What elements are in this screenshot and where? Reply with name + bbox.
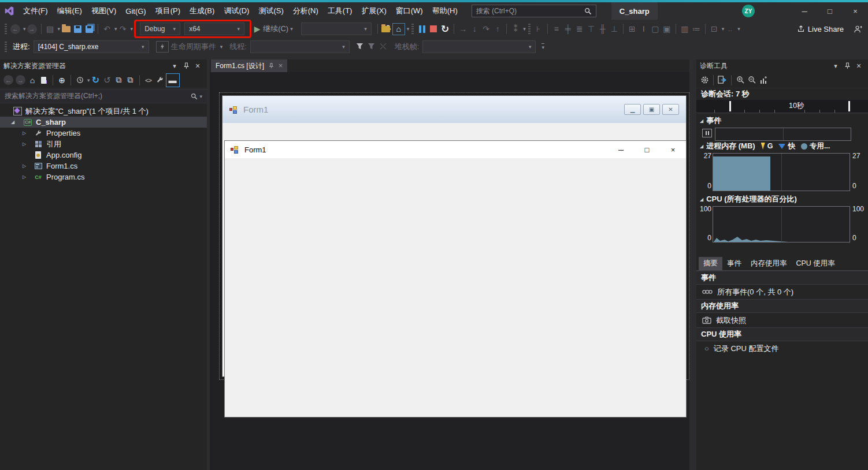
events-section-header[interactable]: ◢事件 [696,115,725,126]
navigate-back-icon[interactable]: ← [10,24,20,34]
menu-view[interactable]: 视图(V) [87,2,121,20]
tree-row-form1[interactable]: ▷ Form1.cs [0,161,207,171]
show-all-files-icon[interactable]: ⊕ [56,74,68,87]
same-height-icon[interactable]: Ⅰ [638,23,650,35]
diagnostics-header[interactable]: 诊断工具 ▾ × [696,59,868,72]
menu-file[interactable]: 文件(F) [18,2,53,20]
pending-changes-filter-icon[interactable] [74,74,86,87]
se-home-icon[interactable]: ⌂ [27,74,38,87]
toolbar-overflow-icon[interactable]: ‥ [724,23,736,35]
pin-icon[interactable] [180,59,192,72]
overflow-caret[interactable]: ▾ [737,26,740,32]
show-next-statement-icon[interactable]: → [457,23,469,35]
solution-explorer-header[interactable]: 解决方案资源管理器 ▾ × [0,59,207,72]
window-close-button[interactable]: × [843,2,868,20]
cpu-chart[interactable] [713,206,850,243]
align-middles-icon[interactable]: ╫ [597,23,609,35]
solution-search-input[interactable]: 搜索解决方案资源管理器(Ctrl+;) ▾ [0,89,207,103]
take-snapshot-link[interactable]: 截取快照 [696,313,868,327]
collapsed-icon[interactable]: ▷ [21,130,28,136]
events-track[interactable] [715,128,851,141]
menu-test[interactable]: 测试(S) [254,2,288,20]
tree-row-appconfig[interactable]: App.config [0,150,207,161]
menu-extensions[interactable]: 扩展(X) [357,2,391,20]
breakpoints-dropdown-caret[interactable]: ▾ [523,26,526,32]
window-maximize-button[interactable]: □ [817,2,843,20]
window-position-caret-icon[interactable]: ▾ [169,59,180,72]
settings-gear-icon[interactable] [699,74,710,87]
toggle-flagged-icon[interactable]: ⤬ [377,40,389,53]
save-all-icon[interactable] [83,23,95,35]
quick-search-input[interactable]: 搜索 (Ctrl+Q) [472,5,596,17]
restart-debug-icon[interactable]: ↻ [439,23,451,35]
configuration-dropdown[interactable]: Debug▾ [140,23,180,35]
se-back-icon[interactable]: ← [3,75,13,85]
platform-dropdown[interactable]: x64▾ [184,23,244,35]
preview-selected-items-icon[interactable]: ▬ [166,73,180,87]
search-options-caret[interactable]: ▾ [199,94,202,99]
live-share-button[interactable]: Live Share [808,25,844,33]
tab-events[interactable]: 事件 [722,257,746,270]
continue-button[interactable]: 继续(C) [263,24,288,34]
timeline-ruler[interactable]: 10秒 [696,100,868,113]
running-app-window[interactable]: Form1 ─ □ × [224,140,687,417]
lifecycle-events-icon[interactable] [156,41,169,53]
menu-help[interactable]: 帮助(H) [428,2,462,20]
filter-flagged-icon[interactable] [354,40,366,53]
tab-summary[interactable]: 摘要 [699,257,722,270]
properties-pages-copy-icon[interactable]: ⧉ [125,74,136,87]
zoom-out-icon[interactable] [746,74,758,87]
tree-row-project[interactable]: ◢ C# C_sharp [0,117,207,128]
menu-debug[interactable]: 调试(D) [219,2,254,20]
continue-play-icon[interactable]: ▶ [251,23,263,35]
memory-chart[interactable] [713,153,850,191]
startup-item-dropdown[interactable]: ▾ [301,23,372,35]
feedback-person-icon[interactable] [852,23,863,35]
stack-frame-dropdown[interactable]: ▾ [422,40,536,53]
align-to-grid-icon[interactable]: ⊦ [533,23,544,35]
tab-cpu-usage[interactable]: CPU 使用率 [792,257,840,270]
step-into-icon[interactable]: ↓ [469,23,480,35]
record-cpu-profile-link[interactable]: ○ 记录 CPU 配置文件 [696,341,868,356]
close-icon[interactable]: × [192,59,203,72]
search-icon[interactable] [584,8,592,15]
thread-dropdown[interactable]: ▾ [250,40,350,53]
pin-icon[interactable] [269,63,274,69]
close-icon[interactable]: × [279,62,283,70]
menu-project[interactable]: 项目(P) [151,2,185,20]
window-minimize-button[interactable]: ─ [792,2,817,20]
continue-dropdown-caret[interactable]: ▾ [290,26,293,32]
find-in-files-icon[interactable] [381,23,392,35]
size-to-grid-icon[interactable]: ▣ [661,23,673,35]
account-avatar[interactable]: ZY [742,5,755,17]
live-share-icon[interactable] [795,23,807,35]
same-size-icon[interactable]: ▢ [650,23,661,35]
app-minimize-button[interactable]: ─ [608,141,634,158]
tree-row-properties[interactable]: ▷ Properties [0,128,207,139]
close-icon[interactable]: × [853,59,865,72]
export-icon[interactable] [717,74,728,87]
memory-section-header[interactable]: ◢进程内存 (MB) G 快 专用... [696,141,833,151]
menu-tools[interactable]: 工具(T) [323,2,357,20]
tree-row-program[interactable]: ▷ C# Program.cs [0,171,207,182]
stop-debug-icon[interactable] [428,23,439,35]
collapsed-icon[interactable]: ▷ [21,141,28,147]
reset-view-chart-icon[interactable] [758,74,769,87]
process-dropdown[interactable]: [4104] C_sharp.exe▾ [34,40,149,53]
filter-flagged-dropdown-icon[interactable] [366,40,377,53]
redo-icon[interactable]: ↷ [117,23,129,35]
menu-edit[interactable]: 编辑(E) [53,2,87,20]
step-over-icon[interactable]: ↷ [480,23,492,35]
open-file-icon[interactable] [60,23,72,35]
align-centers-icon[interactable]: ╪ [562,23,574,35]
back-dropdown-caret[interactable]: ▾ [23,26,26,32]
toolbar3-overflow-caret[interactable]: ▾ [541,43,544,50]
save-icon[interactable] [72,23,83,35]
refresh-icon[interactable]: ↺ [102,74,113,87]
expanded-icon[interactable]: ◢ [9,120,16,125]
app-close-button[interactable]: × [660,141,686,158]
search-icon[interactable] [191,93,198,100]
step-out-icon[interactable]: ↑ [492,23,503,35]
window-position-caret-icon[interactable]: ▾ [830,59,841,72]
menu-git[interactable]: Git(G) [121,2,150,20]
